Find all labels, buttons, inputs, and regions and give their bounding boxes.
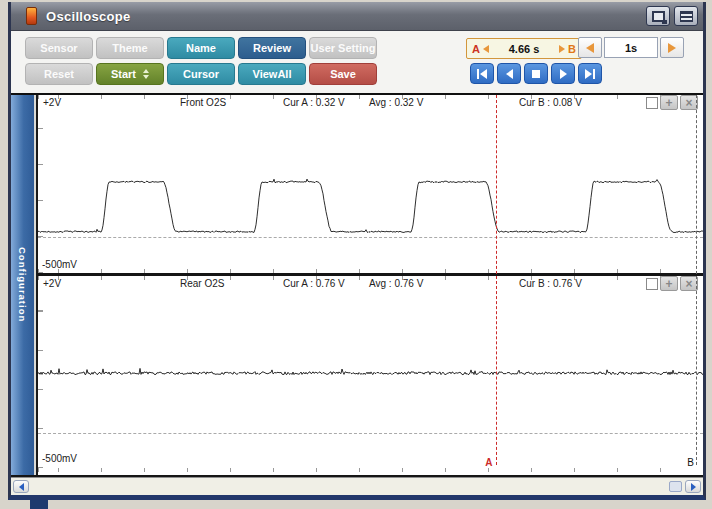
left-arrow-icon (586, 43, 594, 53)
close-icon: × (685, 97, 692, 109)
background-window-peek (30, 500, 48, 509)
average-readout: Avg : 0.76 V (369, 278, 423, 289)
configuration-tab-label: Configuration (17, 247, 28, 322)
skip-end-icon (585, 69, 592, 79)
play-button[interactable] (551, 63, 575, 84)
channel-panel-rear-o2s: +2V Rear O2S Cur A : 0.76 V Avg : 0.76 V… (38, 276, 703, 472)
average-readout: Avg : 0.32 V (369, 97, 423, 108)
scale-bottom-label: -500mV (42, 259, 77, 270)
scroll-left-button[interactable] (13, 480, 29, 493)
play-icon (560, 69, 567, 79)
cursor-a-readout: Cur A : 0.76 V (283, 278, 345, 289)
horizontal-scrollbar[interactable] (11, 477, 703, 495)
scroll-thumb[interactable] (669, 481, 682, 492)
cursor-b-readout: Cur B : 0.08 V (519, 97, 582, 108)
cursor-a-line[interactable] (496, 95, 497, 465)
plot-area: +2V Front O2S Cur A : 0.32 V Avg : 0.32 … (36, 95, 703, 475)
cursor-button[interactable]: Cursor (167, 63, 235, 85)
reset-button[interactable]: Reset (25, 63, 93, 85)
cursor-a-tag: A (472, 43, 480, 55)
channel-name: Front O2S (180, 97, 226, 108)
skip-end-button[interactable] (578, 63, 602, 84)
channel-checkbox[interactable] (646, 97, 658, 109)
scroll-left-icon (19, 483, 24, 491)
cursor-b-tag: B (568, 43, 576, 55)
channel-name: Rear O2S (180, 278, 224, 289)
titlebar: Oscilloscope (11, 2, 703, 31)
start-button-label: Start (111, 68, 136, 80)
cursor-b-label: B (687, 457, 694, 468)
save-button[interactable]: Save (309, 63, 377, 85)
cascade-windows-icon (652, 11, 665, 22)
theme-button[interactable]: Theme (96, 37, 164, 59)
start-spinner-icon (143, 69, 149, 79)
scale-bottom-label: -500mV (42, 453, 77, 464)
timebase-decrease-button[interactable] (578, 37, 602, 58)
channel-panel-front-o2s: +2V Front O2S Cur A : 0.32 V Avg : 0.32 … (38, 95, 703, 276)
zoom-channel-button[interactable]: + (660, 276, 678, 291)
skip-start-button[interactable] (470, 63, 494, 84)
plus-icon: + (665, 97, 672, 109)
app-icon (26, 7, 37, 25)
configuration-tab[interactable]: Configuration (11, 95, 36, 475)
cascade-windows-button[interactable] (646, 6, 670, 26)
right-arrow-icon (668, 43, 676, 53)
playback-controls (470, 63, 602, 84)
cursor-a-arrow-icon[interactable] (483, 45, 489, 53)
timebase-field[interactable]: 1s (604, 37, 658, 58)
name-button[interactable]: Name (167, 37, 235, 59)
toolbar: Sensor Theme Name Review User Setting Re… (11, 31, 703, 95)
viewall-button[interactable]: ViewAll (238, 63, 306, 85)
scroll-right-icon (691, 483, 696, 491)
front-o2s-waveform (38, 95, 703, 273)
channel-checkbox[interactable] (646, 278, 658, 290)
panel-header: +2V Front O2S Cur A : 0.32 V Avg : 0.32 … (38, 97, 703, 112)
voltage-ticks (38, 276, 43, 472)
plus-icon: + (665, 278, 672, 290)
panel-header: +2V Rear O2S Cur A : 0.76 V Avg : 0.76 V… (38, 278, 703, 293)
stop-icon (532, 70, 540, 78)
step-back-button[interactable] (497, 63, 521, 84)
time-ticks-bottom (38, 468, 703, 472)
stop-button[interactable] (524, 63, 548, 84)
zero-volt-gridline (38, 237, 703, 238)
window-title: Oscilloscope (46, 9, 131, 24)
cursor-b-readout: Cur B : 0.76 V (519, 278, 582, 289)
tile-windows-button[interactable] (674, 6, 698, 26)
zoom-channel-button[interactable]: + (660, 95, 678, 110)
scale-top-label: +2V (43, 97, 61, 108)
voltage-ticks (38, 95, 43, 273)
user-setting-button[interactable]: User Setting (309, 37, 377, 59)
scroll-right-button[interactable] (685, 480, 701, 493)
review-button[interactable]: Review (238, 37, 306, 59)
cursor-a-readout: Cur A : 0.32 V (283, 97, 345, 108)
timebase-stepper: 1s (578, 37, 684, 58)
zero-volt-gridline (38, 433, 703, 434)
close-icon: × (685, 278, 692, 290)
ab-time-box: A 4.66 s B (466, 38, 582, 59)
cursor-b-line[interactable] (696, 95, 697, 465)
cursor-b-arrow-icon[interactable] (559, 45, 565, 53)
start-button[interactable]: Start (96, 63, 164, 85)
ab-delta-value: 4.66 s (492, 43, 556, 55)
cursor-a-label: A (485, 457, 492, 468)
oscilloscope-window: Oscilloscope Sensor Theme Name Review Us… (8, 2, 706, 500)
time-ticks-bottom (38, 269, 703, 273)
sensor-button[interactable]: Sensor (25, 37, 93, 59)
timebase-increase-button[interactable] (660, 37, 684, 58)
step-back-icon (506, 69, 513, 79)
content-area: Configuration +2V Front O2S Cur A : 0.32… (11, 95, 703, 477)
rear-o2s-waveform (38, 276, 703, 472)
tile-windows-icon (680, 11, 693, 22)
scale-top-label: +2V (43, 278, 61, 289)
skip-start-icon (477, 69, 479, 79)
